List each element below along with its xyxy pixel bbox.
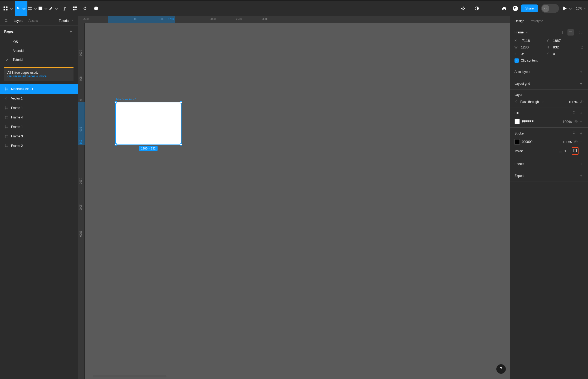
add-effect-button[interactable]: +	[579, 161, 584, 167]
pen-tool-button[interactable]	[48, 1, 59, 16]
add-layout-grid-button[interactable]: +	[579, 81, 584, 86]
landscape-orientation-button[interactable]	[567, 29, 574, 36]
file-dropdown[interactable]: Tutorial	[59, 19, 74, 23]
text-tool-button[interactable]	[59, 1, 70, 16]
layer-item[interactable]: Frame 3	[0, 132, 78, 141]
layers-tab[interactable]: Layers	[14, 19, 23, 23]
horizontal-ruler[interactable]: -500 0 500 1000 2000 2500 3000 1280	[78, 16, 510, 23]
plugins-icon[interactable]	[458, 1, 468, 16]
frame-icon	[4, 106, 8, 110]
resize-to-fit-button[interactable]	[577, 29, 584, 36]
stroke-advanced-button[interactable]: ⋯	[581, 149, 584, 153]
design-tab[interactable]: Design	[514, 19, 524, 23]
remove-fill-button[interactable]: −	[580, 120, 584, 123]
fill-opacity-input[interactable]	[561, 120, 572, 124]
rotation-input[interactable]	[521, 52, 537, 56]
page-item-ios[interactable]: iOS	[0, 37, 78, 46]
add-export-button[interactable]: +	[579, 173, 584, 178]
vertical-ruler[interactable]: -1000 -500 0 500 1500 2000 2500 832	[78, 23, 85, 379]
right-panel: Design Prototype Frame X Y	[510, 16, 588, 379]
hand-tool-button[interactable]	[80, 1, 91, 16]
audio-icon[interactable]	[499, 1, 509, 16]
stroke-weight-input[interactable]	[564, 149, 570, 153]
width-input[interactable]	[521, 45, 537, 49]
svg-point-54	[575, 133, 575, 134]
canvas-frame[interactable]: MacBook Air - 1 1280 × 832	[115, 102, 182, 145]
y-label: Y	[547, 39, 551, 43]
independent-corners-icon[interactable]	[580, 52, 584, 56]
comment-tool-button[interactable]	[91, 1, 101, 16]
main-menu-button[interactable]	[2, 1, 15, 16]
frame-icon	[4, 115, 8, 119]
shape-tool-button[interactable]	[38, 1, 48, 16]
frame-label[interactable]: MacBook Air - 1	[116, 98, 137, 101]
layer-item[interactable]: MacBook Air - 1	[0, 84, 78, 94]
layer-item[interactable]: Frame 1	[0, 103, 78, 113]
page-item-tutorial[interactable]: Tutorial	[0, 55, 78, 64]
add-stroke-button[interactable]: +	[579, 131, 584, 136]
theme-icon[interactable]	[472, 1, 482, 16]
assets-tab[interactable]: Assets	[28, 19, 38, 23]
svg-point-49	[575, 113, 575, 113]
x-input[interactable]	[521, 39, 537, 43]
horizontal-scrollbar[interactable]	[93, 375, 166, 377]
fill-hex-value[interactable]: FFFFFF	[522, 120, 533, 123]
resources-button[interactable]	[70, 1, 80, 16]
fill-color-swatch[interactable]	[514, 119, 520, 124]
export-section-title: Export	[514, 174, 524, 178]
share-button[interactable]: Share	[521, 4, 538, 12]
canvas-area[interactable]: -500 0 500 1000 2000 2500 3000 1280 -100…	[78, 16, 510, 379]
resize-handle[interactable]	[115, 143, 117, 146]
remove-stroke-button[interactable]: −	[580, 140, 584, 144]
clip-content-checkbox[interactable]: ✓	[514, 58, 519, 63]
svg-rect-8	[39, 7, 42, 10]
frame-tool-button[interactable]	[27, 1, 38, 16]
present-button[interactable]	[562, 1, 573, 16]
visibility-icon[interactable]	[574, 119, 578, 124]
frame-type-dropdown[interactable]: Frame	[514, 31, 528, 34]
height-input[interactable]	[553, 45, 569, 49]
pages-header[interactable]: Pages +	[0, 26, 78, 37]
stroke-per-side-button[interactable]	[572, 147, 579, 155]
add-page-button[interactable]: +	[68, 29, 74, 34]
resize-handle[interactable]	[180, 143, 182, 146]
upgrade-link[interactable]: Get unlimited pages & more	[7, 74, 70, 78]
zoom-dropdown[interactable]: 16%	[576, 7, 586, 10]
prototype-tab[interactable]: Prototype	[530, 19, 543, 23]
corner-radius-input[interactable]	[553, 52, 569, 56]
rotation-icon	[514, 52, 519, 56]
layer-item[interactable]: Frame 4	[0, 113, 78, 122]
stroke-color-swatch[interactable]	[514, 139, 520, 144]
add-fill-button[interactable]: +	[579, 111, 584, 116]
stroke-position-dropdown[interactable]: Inside	[514, 149, 527, 153]
resize-handle[interactable]	[180, 101, 182, 103]
svg-line-16	[7, 21, 8, 22]
layer-item[interactable]: Frame 2	[0, 141, 78, 151]
blend-mode-dropdown[interactable]: Pass through	[520, 100, 539, 104]
move-tool-button[interactable]	[15, 1, 27, 16]
visibility-icon[interactable]	[574, 140, 578, 144]
y-input[interactable]	[553, 39, 569, 43]
frame-icon	[4, 87, 8, 91]
add-auto-layout-button[interactable]: +	[579, 69, 584, 74]
layer-item[interactable]: Frame 1	[0, 122, 78, 132]
dev-mode-toggle[interactable]	[541, 4, 559, 13]
layer-opacity-input[interactable]	[566, 100, 577, 104]
portrait-orientation-button[interactable]	[560, 29, 566, 36]
svg-point-51	[573, 132, 574, 132]
stroke-hex-value[interactable]: 000000	[522, 140, 532, 144]
constrain-proportions-icon[interactable]	[580, 46, 584, 49]
style-icon[interactable]	[572, 111, 576, 114]
canvas-content[interactable]: MacBook Air - 1 1280 × 832	[85, 23, 510, 379]
layer-item[interactable]: Vector 1	[0, 94, 78, 103]
visibility-icon[interactable]	[580, 100, 584, 104]
page-item-android[interactable]: Android	[0, 46, 78, 55]
svg-point-48	[573, 113, 574, 113]
style-icon[interactable]	[572, 131, 576, 134]
stroke-opacity-input[interactable]	[561, 140, 572, 144]
notification-badge[interactable]: 11	[513, 6, 518, 11]
help-button[interactable]: ?	[496, 364, 506, 374]
resize-handle[interactable]	[115, 101, 117, 103]
search-icon[interactable]	[4, 19, 8, 23]
svg-rect-0	[4, 6, 5, 8]
